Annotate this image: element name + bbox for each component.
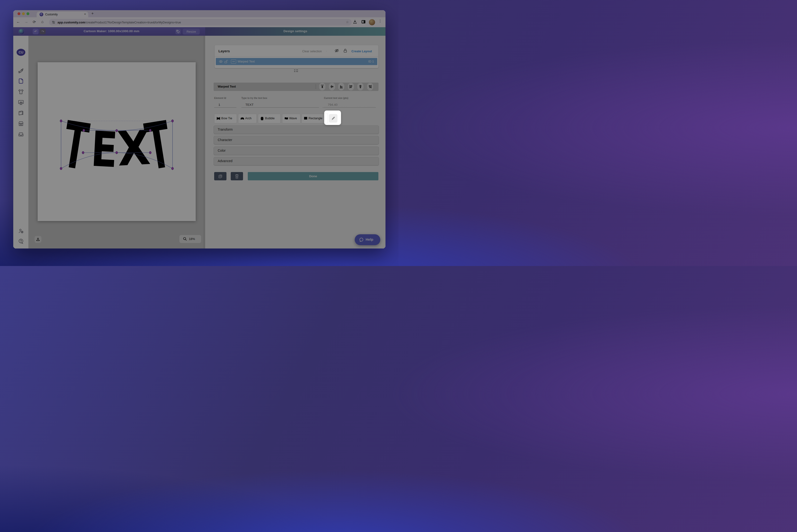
custom-warp-edit-button[interactable] bbox=[329, 114, 338, 122]
browser-window: C Customily × + ← → ⟳ ⌂ app.customily.co… bbox=[13, 10, 385, 248]
tutorial-spotlight bbox=[324, 111, 341, 125]
rectangle-button-fragment bbox=[324, 114, 328, 123]
tutorial-dim-overlay bbox=[13, 10, 385, 248]
